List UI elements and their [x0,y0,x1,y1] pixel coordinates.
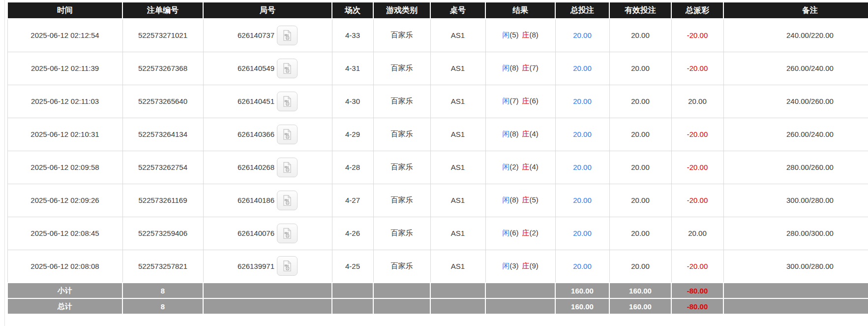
video-replay-button[interactable] [277,59,298,78]
cell-payout: 20.00 [671,217,723,250]
cell-game-type: 百家乐 [373,19,430,52]
table-row: 2025-06-12 02:12:54 522573271021 6261407… [7,19,868,52]
result-banker-points: (2) [530,228,539,237]
subtotal-empty-cell [430,283,485,298]
col-header-table-no: 桌号 [430,2,485,19]
result-player-label: 闲 [502,163,509,171]
video-file-icon [281,62,294,75]
table-row: 2025-06-12 02:10:31 522573264134 6261403… [7,118,868,151]
grand-total-payout: -80.00 [671,298,723,314]
cell-remark: 280.00/260.00 [723,151,868,184]
cell-session: 4-33 [332,19,373,52]
cell-bet-no: 522573259406 [122,217,203,250]
video-file-icon [281,227,294,240]
header-row: 时间 注单编号 局号 场次 游戏类别 桌号 结果 总投注 有效投注 总派彩 备注 [7,2,868,19]
cell-result: 闲(8)庄(5) [485,184,555,217]
cell-payout: -20.00 [671,250,723,283]
cell-table-no: AS1 [430,151,485,184]
cell-result: 闲(3)庄(9) [485,250,555,283]
col-header-session: 场次 [332,2,373,19]
round-number: 626140186 [238,196,274,204]
video-file-icon [281,128,294,141]
result-player-points: (2) [509,163,518,171]
cell-remark: 280.00/300.00 [723,217,868,250]
subtotal-valid-bet: 160.00 [609,283,671,298]
table-row: 2025-06-12 02:08:08 522573257821 6261399… [7,250,868,283]
result-banker-label: 庄 [522,31,530,39]
grand-total-remark [723,298,868,314]
result-player-label: 闲 [502,196,509,204]
cell-round-no: 626140076 [203,217,332,250]
cell-bet-no: 522573262754 [122,151,203,184]
result-player-label: 闲 [502,31,509,39]
cell-total-bet: 20.00 [555,19,609,52]
cell-payout: 20.00 [671,85,723,118]
col-header-result: 结果 [485,2,555,19]
cell-bet-no: 522573257821 [122,250,203,283]
cell-remark: 260.00/240.00 [723,52,868,85]
cell-round-no: 626140451 [203,85,332,118]
result-player-points: (3) [509,261,518,270]
cell-time: 2025-06-12 02:11:03 [7,85,122,118]
cell-valid-bet: 20.00 [609,85,671,118]
cell-payout: -20.00 [671,184,723,217]
video-replay-button[interactable] [277,224,298,243]
cell-game-type: 百家乐 [373,118,430,151]
result-player-points: (6) [509,228,518,237]
cell-session: 4-30 [332,85,373,118]
cell-valid-bet: 20.00 [609,19,671,52]
result-banker-points: (6) [530,97,539,105]
round-number: 626140076 [238,229,274,237]
cell-total-bet: 20.00 [555,184,609,217]
grand-total-empty-cell [485,298,555,314]
cell-bet-no: 522573261169 [122,184,203,217]
grand-total-valid-bet: 160.00 [609,298,671,314]
cell-valid-bet: 20.00 [609,52,671,85]
cell-session: 4-28 [332,151,373,184]
cell-bet-no: 522573267368 [122,52,203,85]
result-player-points: (8) [509,64,518,72]
cell-session: 4-31 [332,52,373,85]
result-player-label: 闲 [502,130,509,138]
cell-table-no: AS1 [430,52,485,85]
video-replay-button[interactable] [277,191,298,210]
cell-table-no: AS1 [430,217,485,250]
cell-round-no: 626140737 [203,19,332,52]
cell-total-bet: 20.00 [555,217,609,250]
table-row: 2025-06-12 02:09:26 522573261169 6261401… [7,184,868,217]
cell-valid-bet: 20.00 [609,250,671,283]
left-divider [4,0,5,326]
cell-valid-bet: 20.00 [609,118,671,151]
table-row: 2025-06-12 02:09:58 522573262754 6261402… [7,151,868,184]
subtotal-total-bet: 160.00 [555,283,609,298]
table-row: 2025-06-12 02:08:45 522573259406 6261400… [7,217,868,250]
result-player-points: (7) [509,97,518,105]
cell-remark: 240.00/260.00 [723,85,868,118]
cell-time: 2025-06-12 02:08:45 [7,217,122,250]
result-banker-label: 庄 [522,163,530,171]
result-banker-points: (5) [530,196,539,204]
video-replay-button[interactable] [277,158,298,177]
cell-time: 2025-06-12 02:10:31 [7,118,122,151]
round-number: 626140366 [238,130,274,138]
cell-total-bet: 20.00 [555,52,609,85]
grand-total-row: 总计 8 160.00 160.00 -80.00 [7,298,868,314]
grand-total-count: 8 [122,298,203,314]
cell-result: 闲(5)庄(8) [485,19,555,52]
subtotal-empty-cell [332,283,373,298]
video-replay-button[interactable] [277,26,298,45]
cell-round-no: 626140549 [203,52,332,85]
cell-game-type: 百家乐 [373,217,430,250]
cell-session: 4-25 [332,250,373,283]
video-replay-button[interactable] [277,256,298,276]
subtotal-empty-cell [485,283,555,298]
cell-valid-bet: 20.00 [609,217,671,250]
subtotal-remark [723,283,868,298]
cell-table-no: AS1 [430,19,485,52]
result-banker-points: (9) [530,261,539,270]
cell-result: 闲(2)庄(4) [485,151,555,184]
cell-result: 闲(8)庄(4) [485,118,555,151]
video-replay-button[interactable] [277,125,298,144]
video-replay-button[interactable] [277,92,298,111]
video-file-icon [281,260,294,272]
